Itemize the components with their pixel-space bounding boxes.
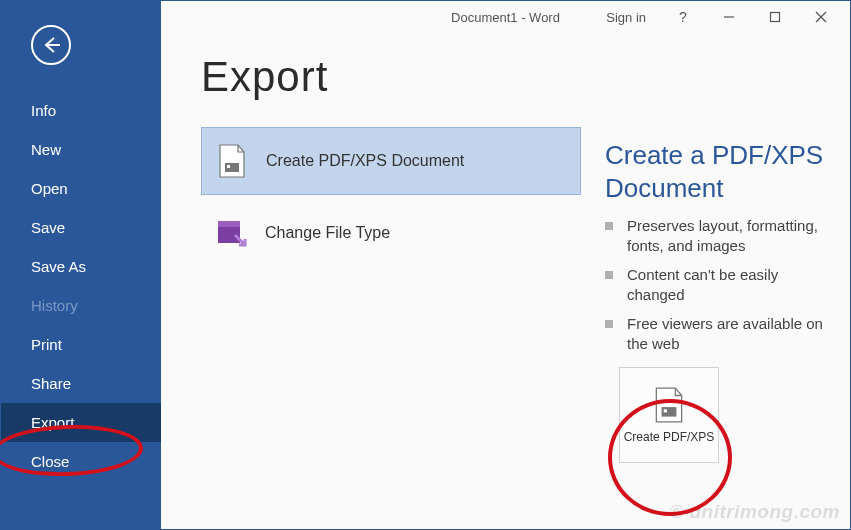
create-pdfxps-button[interactable]: Create PDF/XPS xyxy=(619,367,719,463)
sidebar-item-save[interactable]: Save xyxy=(1,208,161,247)
sidebar-item-info[interactable]: Info xyxy=(1,91,161,130)
bullet-icon xyxy=(605,320,613,328)
sidebar-item-print[interactable]: Print xyxy=(1,325,161,364)
content-area: Document1 - Word Sign in ? Export xyxy=(161,1,850,529)
pdf-doc-icon xyxy=(652,386,686,424)
create-button-label: Create PDF/XPS xyxy=(624,430,715,444)
backstage-sidebar: Info New Open Save Save As History Print… xyxy=(1,1,161,529)
close-window-button[interactable] xyxy=(798,3,844,31)
sidebar-item-close[interactable]: Close xyxy=(1,442,161,481)
minimize-icon xyxy=(723,11,735,23)
watermark: © unitrimong.com xyxy=(669,501,840,523)
option-label: Create PDF/XPS Document xyxy=(266,152,464,170)
maximize-icon xyxy=(769,11,781,23)
signin-link[interactable]: Sign in xyxy=(592,4,660,31)
sidebar-menu: Info New Open Save Save As History Print… xyxy=(1,91,161,481)
detail-title: Create a PDF/XPS Document xyxy=(605,139,826,204)
help-button[interactable]: ? xyxy=(660,3,706,31)
bullet-icon xyxy=(605,271,613,279)
sidebar-item-export[interactable]: Export xyxy=(1,403,161,442)
sidebar-item-history: History xyxy=(1,286,161,325)
page-title: Export xyxy=(201,53,581,101)
svg-rect-6 xyxy=(227,165,230,168)
option-change-filetype[interactable]: Change File Type xyxy=(201,199,581,267)
detail-bullet: Free viewers are available on the web xyxy=(605,314,826,353)
maximize-button[interactable] xyxy=(752,3,798,31)
detail-bullet: Preserves layout, formatting, fonts, and… xyxy=(605,216,826,255)
detail-bullet: Content can't be easily changed xyxy=(605,265,826,304)
detail-pane: Create a PDF/XPS Document Preserves layo… xyxy=(605,53,826,529)
close-icon xyxy=(815,11,827,23)
bullet-icon xyxy=(605,222,613,230)
option-label: Change File Type xyxy=(265,224,390,242)
arrow-left-icon xyxy=(40,34,62,56)
filetype-icon xyxy=(215,215,247,251)
back-button[interactable] xyxy=(31,25,71,65)
sidebar-item-saveas[interactable]: Save As xyxy=(1,247,161,286)
option-create-pdfxps[interactable]: Create PDF/XPS Document xyxy=(201,127,581,195)
svg-rect-9 xyxy=(664,409,667,412)
minimize-button[interactable] xyxy=(706,3,752,31)
sidebar-item-new[interactable]: New xyxy=(1,130,161,169)
title-bar: Document1 - Word Sign in ? xyxy=(161,1,850,33)
sidebar-item-share[interactable]: Share xyxy=(1,364,161,403)
svg-rect-2 xyxy=(771,13,780,22)
sidebar-item-open[interactable]: Open xyxy=(1,169,161,208)
pdf-doc-icon xyxy=(216,143,248,179)
